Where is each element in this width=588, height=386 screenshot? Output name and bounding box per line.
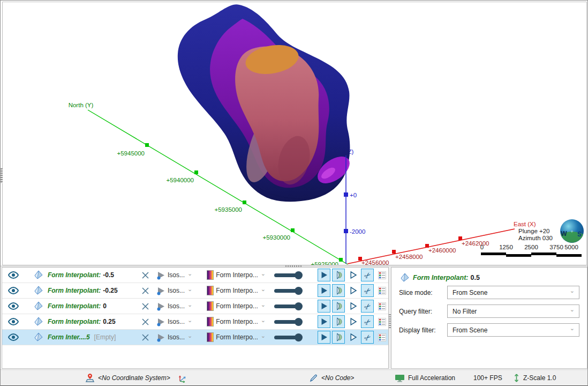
display-mode-select[interactable]: Isos... [156,302,201,311]
slice-mode-row: Slice mode: From Scene [399,286,579,299]
opacity-slider[interactable] [274,273,299,277]
remove-button[interactable] [139,303,152,310]
code-text: <No Code> [321,374,354,382]
chevron-down-icon [187,303,192,310]
east-tick-label: +2456000 [361,259,389,265]
slice-mode-select[interactable]: From Scene [447,286,579,299]
left-splitter-grip[interactable] [1,168,3,183]
properties-header: Form Interpolant: 0.5 [400,273,587,283]
colourmap-select[interactable]: Form Interpo... [207,270,266,280]
z-scale-button[interactable]: Z-Scale 1.0 [513,370,556,386]
interpolant-icon [400,273,410,283]
wireframe-button[interactable] [346,315,359,328]
display-filter-label: Display filter: [399,326,447,334]
wireframe-button[interactable] [346,300,359,313]
legend-button[interactable] [375,315,388,328]
scale-bar-label: 5000 [564,244,578,250]
legend-button[interactable] [375,331,388,344]
isosurface-mode-icon [156,286,165,295]
shape-list-row[interactable]: Form Interpolant:-0.5 Isos... Form Inter… [2,268,388,283]
opacity-slider-knob[interactable] [295,318,303,326]
fps-text: 100+ FPS [473,374,502,382]
legend-button[interactable] [375,269,388,281]
chevron-down-icon [570,326,575,333]
render-solid-button[interactable] [318,269,330,281]
display-mode-select[interactable]: Isos... [156,333,201,342]
shape-label: Form Interpolant:0 [48,302,139,310]
opacity-slider-knob[interactable] [295,302,303,310]
shape-list-row-selected[interactable]: Form Inter....5[Empty] Isos... Form Inte… [2,330,388,345]
display-filter-row: Display filter: From Scene [399,323,579,337]
opacity-slider[interactable] [274,320,299,324]
render-solid-button[interactable] [318,331,330,344]
visibility-eye-icon[interactable] [2,287,25,294]
visibility-eye-icon[interactable] [2,318,25,325]
compass-west-letter: W [561,230,567,237]
display-mode-select[interactable]: Isos... [156,271,201,280]
two-sided-button[interactable] [332,300,345,313]
colourmap-select[interactable]: Form Interpo... [207,286,266,295]
slice-button[interactable] [361,300,374,313]
coordinate-system-button[interactable]: <No Coordinate System> [85,370,170,386]
shape-label: Form Interpolant:-0.5 [48,271,139,279]
shape-list-row[interactable]: Form Interpolant:0.25 Isos... Form Inter… [2,314,388,330]
interpolant-icon [32,286,46,295]
display-filter-select[interactable]: From Scene [447,323,579,337]
isosurface-blob [178,4,355,202]
display-mode-select[interactable]: Isos... [156,317,201,326]
opacity-slider-knob[interactable] [295,287,303,295]
legend-button[interactable] [375,300,388,313]
chevron-down-icon [187,272,192,279]
opacity-slider[interactable] [274,336,299,339]
query-filter-select[interactable]: No Filter [447,305,579,318]
two-sided-button[interactable] [332,269,345,281]
slice-mode-label: Slice mode: [399,289,447,296]
wireframe-button[interactable] [346,269,359,281]
east-tick-label: +2458000 [395,254,423,260]
status-bar: <No Coordinate System> <No Code> Full Ac… [1,369,588,386]
slice-button[interactable] [361,269,374,281]
code-button[interactable]: <No Code> [309,370,354,386]
wireframe-button[interactable] [346,331,359,344]
opacity-slider-knob[interactable] [295,271,303,279]
north-tick-label: +5930000 [263,234,291,241]
shape-list-row[interactable]: Form Interpolant:-0.25 Isos... Form Inte… [2,283,388,299]
opacity-slider-knob[interactable] [295,333,303,342]
z-scale-text: Z-Scale 1.0 [523,374,556,382]
shape-list-row[interactable]: Form Interpolant:0 Isos... Form Interpo.… [2,299,388,314]
slice-button[interactable] [361,331,374,344]
visibility-eye-icon[interactable] [2,302,25,310]
legend-button[interactable] [375,284,388,297]
colourmap-select[interactable]: Form Interpo... [207,301,266,311]
visibility-eye-icon[interactable] [2,271,25,279]
colourmap-swatch [207,270,214,280]
shape-label: Form Interpolant:0.25 [48,318,139,325]
opacity-slider[interactable] [274,289,299,293]
remove-button[interactable] [139,272,152,279]
two-sided-button[interactable] [332,331,345,344]
scene-viewport[interactable]: North (Y) +5945000 +5940000 +5935000 +59… [2,2,587,265]
chevron-down-icon [261,334,266,341]
orientation-compass-ball[interactable]: + W S [560,219,584,243]
colourmap-swatch [207,286,214,295]
north-tick-label: +5925000 [311,261,339,265]
chevron-down-icon [187,334,192,341]
colourmap-select[interactable]: Form Interpo... [207,332,266,342]
render-solid-button[interactable] [318,315,330,328]
two-sided-button[interactable] [332,284,345,297]
remove-button[interactable] [139,318,152,325]
wireframe-button[interactable] [346,284,359,297]
opacity-slider[interactable] [274,305,299,308]
remove-button[interactable] [139,287,152,294]
slice-button[interactable] [361,315,374,328]
remove-button[interactable] [139,334,152,341]
colourmap-select[interactable]: Form Interpo... [207,317,266,326]
slice-button[interactable] [361,284,374,297]
display-mode-select[interactable]: Isos... [156,286,201,295]
two-sided-button[interactable] [332,315,345,328]
render-solid-button[interactable] [318,284,330,297]
orientation-axes-button[interactable] [178,370,187,386]
visibility-eye-icon[interactable] [2,333,25,341]
render-solid-button[interactable] [318,300,330,313]
east-axis: +2456000 +2458000 +2460000 +2462000 East… [348,221,536,265]
